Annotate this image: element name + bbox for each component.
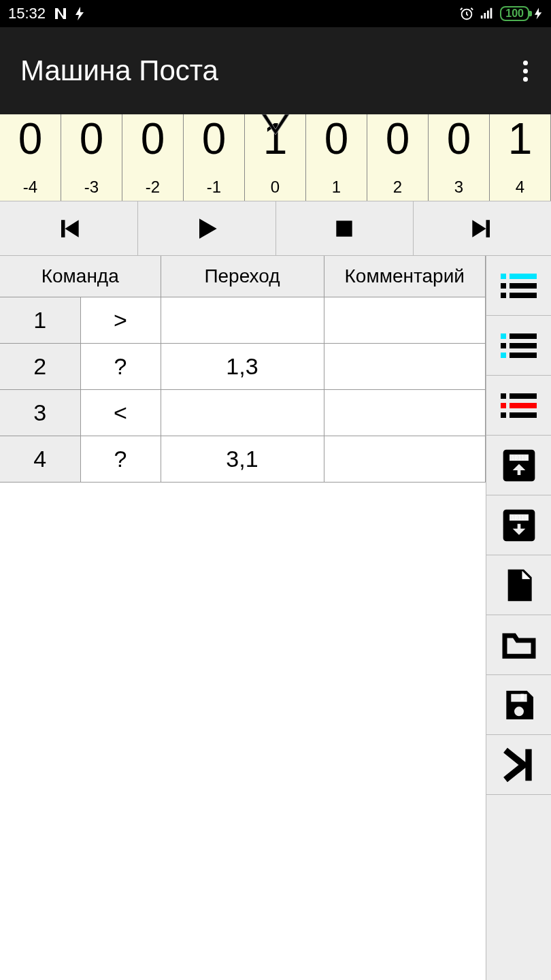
row-num: 1 [0, 297, 80, 344]
overflow-menu-button[interactable] [518, 55, 533, 87]
row-comment[interactable] [324, 390, 486, 436]
row-comment[interactable] [324, 297, 486, 344]
program-row[interactable]: 1> [0, 297, 486, 344]
import-binary-button[interactable]: 10110 [486, 495, 551, 555]
tape-cell[interactable]: 01 [306, 114, 367, 201]
tape-cell[interactable]: 14 [490, 114, 551, 201]
charging-icon [535, 7, 543, 20]
svg-rect-4 [520, 693, 524, 700]
transport-controls [0, 201, 551, 256]
row-num: 2 [0, 344, 80, 390]
battery-indicator: 100 [500, 6, 529, 21]
status-time: 15:32 [8, 5, 46, 22]
android-n-icon [52, 5, 69, 22]
list-cyan-outer-button[interactable] [486, 316, 551, 376]
list-red-button[interactable] [486, 376, 551, 436]
tape-cell[interactable]: 02 [367, 114, 429, 201]
tape-cell[interactable]: 0-2 [122, 114, 184, 201]
row-num: 3 [0, 390, 80, 436]
status-bar: 15:32 100 [0, 0, 551, 27]
list-cyan-all-button[interactable] [486, 256, 551, 316]
app-toolbar: Машина Поста [0, 27, 551, 114]
program-table: Команда Переход Комментарий 1>2?1,33<4?3… [0, 256, 486, 483]
open-folder-button[interactable] [486, 615, 551, 675]
side-toolbar: 10110 10110 [486, 256, 551, 980]
skip-to-end-button[interactable] [486, 735, 551, 795]
row-comment[interactable] [324, 344, 486, 390]
header-command: Команда [0, 256, 161, 297]
svg-text:10110: 10110 [511, 454, 528, 461]
tape-cell[interactable]: 10 [245, 114, 306, 201]
header-comment: Комментарий [324, 256, 486, 297]
rewind-button[interactable] [0, 201, 138, 255]
program-area: Команда Переход Комментарий 1>2?1,33<4?3… [0, 256, 486, 980]
svg-text:10110: 10110 [511, 514, 528, 521]
lightning-icon [76, 7, 85, 20]
program-row[interactable]: 2?1,3 [0, 344, 486, 390]
signal-icon [480, 6, 495, 21]
row-comment[interactable] [324, 436, 486, 483]
tape[interactable]: 0-4 0-3 0-2 0-1 10 01 02 03 14 [0, 114, 551, 201]
row-num: 4 [0, 436, 80, 483]
tape-cell[interactable]: 0-1 [184, 114, 245, 201]
row-cmd[interactable]: > [80, 297, 161, 344]
page-title: Машина Поста [20, 54, 218, 87]
tape-cell[interactable]: 0-4 [0, 114, 61, 201]
row-transition[interactable] [161, 297, 324, 344]
save-button[interactable] [486, 675, 551, 735]
export-binary-button[interactable]: 10110 [486, 436, 551, 495]
header-transition: Переход [161, 256, 324, 297]
svg-rect-1 [337, 220, 352, 236]
alarm-icon [459, 6, 474, 21]
row-cmd[interactable]: ? [80, 436, 161, 483]
row-cmd[interactable]: ? [80, 344, 161, 390]
play-button[interactable] [138, 201, 276, 255]
row-transition[interactable]: 1,3 [161, 344, 324, 390]
stop-button[interactable] [276, 201, 414, 255]
row-cmd[interactable]: < [80, 390, 161, 436]
program-row[interactable]: 3< [0, 390, 486, 436]
new-file-button[interactable] [486, 555, 551, 615]
program-row[interactable]: 4?3,1 [0, 436, 486, 483]
row-transition[interactable]: 3,1 [161, 436, 324, 483]
tape-cell[interactable]: 03 [429, 114, 490, 201]
tape-cell[interactable]: 0-3 [61, 114, 122, 201]
step-forward-button[interactable] [414, 201, 551, 255]
row-transition[interactable] [161, 390, 324, 436]
